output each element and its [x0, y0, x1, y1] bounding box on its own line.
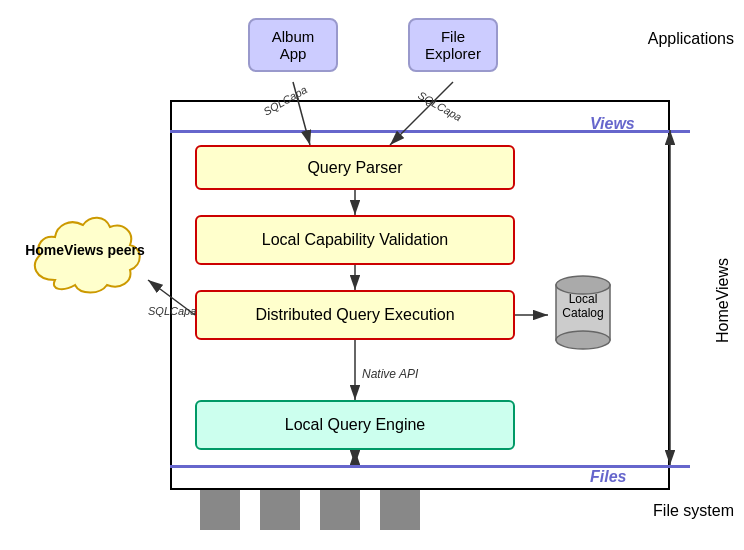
local-capability-box: Local Capability Validation [195, 215, 515, 265]
catalog-label: LocalCatalog [548, 292, 618, 320]
fs-block-2 [260, 490, 300, 530]
label-applications: Applications [648, 30, 734, 48]
local-query-engine-box: Local Query Engine [195, 400, 515, 450]
label-views: Views [590, 115, 635, 133]
local-catalog: LocalCatalog [548, 270, 618, 350]
album-app-box: AlbumApp [248, 18, 338, 72]
homeviews-peers-cloud: HomeViews peers [25, 200, 145, 300]
homeviews-peers-label: HomeViews peers [25, 242, 145, 258]
svg-point-2 [556, 331, 610, 349]
fs-block-4 [380, 490, 420, 530]
fs-block-1 [200, 490, 240, 530]
filesystem-squares [200, 490, 420, 530]
file-explorer-box: FileExplorer [408, 18, 498, 72]
query-parser-box: Query Parser [195, 145, 515, 190]
fs-block-3 [320, 490, 360, 530]
label-filesystem: File system [653, 502, 734, 520]
distributed-query-box: Distributed Query Execution [195, 290, 515, 340]
architecture-diagram: Applications File system Views Files Alb… [0, 0, 744, 550]
homeviews-vertical-label: HomeViews [714, 160, 732, 440]
label-files: Files [590, 468, 626, 486]
